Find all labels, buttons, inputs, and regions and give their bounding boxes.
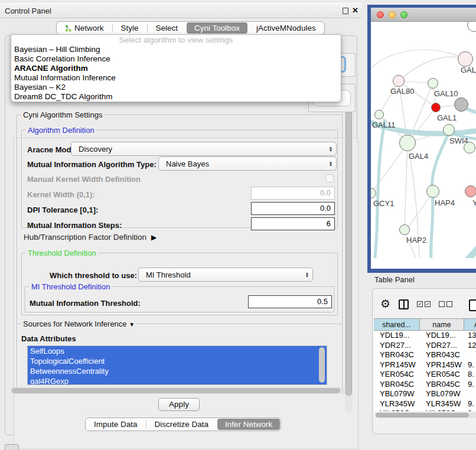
table-body: YDL19...YDL19...13YDR27...YDR27...12YBR0… [374,331,476,411]
tab-label: Cyni Toolbox [194,24,240,32]
mi-threshold-field[interactable]: 0.5 [248,295,332,308]
tab-select[interactable]: Select [148,22,187,34]
mi-steps-field[interactable]: 6 [251,217,335,230]
table-row[interactable]: YBR043CYBR043C [374,350,476,360]
export-table-icon[interactable] [469,299,476,311]
table-cell [464,350,476,360]
node-label: GAL [461,66,476,74]
node-gal10[interactable] [428,78,438,89]
vertical-scrollbar-thumb[interactable] [345,105,352,396]
algorithm-dropdown-popup: Select algorithm to view settings Bayesi… [11,34,341,102]
table-toolbar: ⚙ ✓✓ [373,295,476,314]
node-gal4[interactable] [399,135,416,151]
dropdown-item[interactable]: ARACNE Algorithm [11,64,341,73]
columns-icon[interactable] [399,299,409,309]
aracne-mode-select[interactable]: Discovery ▲▼ [71,142,337,156]
mi-threshold-group-title: MI Threshold Definition [30,282,112,291]
dropdown-item[interactable]: Dream8 DC_TDC Algorithm [11,92,341,102]
list-item[interactable]: SelfLoops [28,346,327,356]
select-all-checks-icon[interactable]: ✓✓ [417,301,431,307]
table-row[interactable]: YPR145WYPR145W9. [374,360,476,370]
cyni-bottom-tabbar: Impute DataDiscretize DataInfer Network [85,418,281,431]
zoom-traffic-light-icon[interactable] [400,11,407,18]
screenshot-root: { "control_panel": { "title": "Control P… [0,0,476,450]
table-cell: YBR045C [420,380,464,390]
node-label: GAL11 [372,120,396,129]
node-gal1[interactable] [431,103,441,112]
tab-label: jActiveMNodules [256,24,316,32]
table-cell: YLR345W [420,399,464,409]
minimized-panel-icon[interactable] [5,444,19,450]
aracne-mode-value: Discovery [71,145,325,154]
dropdown-item[interactable]: Bayesian – Hill Climbing [11,45,341,54]
hub-transcription-expander[interactable]: Hub/Transcription Factor Definition▶ [24,233,157,242]
list-scrollbar-thumb[interactable] [319,347,325,383]
list-item[interactable]: gal4RGexp [28,376,327,385]
tab-label: Infer Network [225,420,272,429]
table-row[interactable]: YER054CYER054C8. [374,370,476,380]
table-row[interactable]: YBL079WYBL079W [374,389,476,399]
table-row[interactable]: YBR045CYBR045C9. [374,380,476,390]
tab-cyni-toolbox[interactable]: Cyni Toolbox [187,22,247,34]
sources-group-title[interactable]: Sources for Network Inference ▼ [21,319,136,328]
table-cell: YER054C [374,370,420,380]
node-hap4[interactable] [426,185,439,198]
mi-steps-label: Mutual Information Steps: [27,221,122,230]
node-label: HAP4 [435,198,455,207]
tab-style[interactable]: Style [113,22,147,34]
dropdown-item[interactable]: Bayesian – K2 [11,83,341,92]
apply-button[interactable]: Apply [158,398,200,411]
table-row[interactable]: YDR27...YDR27...12 [374,341,476,351]
tab-discretize-data[interactable]: Discretize Data [146,418,217,431]
node-label: Y [472,198,476,207]
deselect-all-checks-icon[interactable] [439,301,452,307]
float-window-icon[interactable] [343,8,348,14]
dpi-tolerance-field[interactable]: 0.0 [251,202,335,215]
node-gal[interactable] [458,51,473,67]
table-row[interactable]: YIL052CYIL052C9 [374,409,476,411]
which-threshold-select[interactable]: MI Threshold ▲▼ [138,268,313,282]
settings-vertical-scrollbar[interactable] [345,104,353,412]
table-horizontal-scrollbar[interactable] [375,412,476,418]
horizontal-scrollbar-thumb[interactable] [12,388,340,393]
close-icon[interactable]: ✕ [352,6,358,15]
minimize-traffic-light-icon[interactable] [389,11,396,18]
manual-kernel-width-checkbox[interactable] [325,174,334,182]
node-hap2[interactable] [399,224,410,235]
close-traffic-light-icon[interactable] [377,11,384,18]
kernel-width-field[interactable]: 0.0 [251,187,335,200]
node-unlabeled[interactable] [464,142,475,154]
node-y[interactable] [465,185,476,197]
table-scrollbar-thumb[interactable] [376,413,469,418]
dropdown-item[interactable]: Mutual Information Inference [11,73,341,83]
tab-network[interactable]: Network [57,22,112,34]
data-attributes-list[interactable]: SelfLoopsTopologicalCoefficientBetweenne… [27,345,327,385]
column-header-A[interactable]: A [464,319,476,330]
table-cell: YDL19... [374,331,420,341]
tab-impute-data[interactable]: Impute Data [86,418,146,431]
table-cell: YPR145W [374,360,420,370]
which-threshold-label: Which threshold to use: [50,271,137,280]
network-window-titlebar[interactable] [371,8,476,22]
table-row[interactable]: YDL19...YDL19...13 [374,331,476,341]
chevron-updown-icon: ▲▼ [325,146,336,152]
tab-jactivemnodules[interactable]: jActiveMNodules [248,22,324,34]
node-swi4[interactable] [443,124,455,136]
mi-algorithm-type-select[interactable]: Naive Bayes ▲▼ [158,156,337,171]
table-row[interactable]: YLR345WYLR345W9. [374,399,476,409]
tab-infer-network[interactable]: Infer Network [217,419,280,430]
settings-horizontal-scrollbar[interactable] [11,387,352,394]
column-header-name[interactable]: name [420,319,464,330]
table-cell: 13 [464,331,476,341]
node-unlabeled[interactable] [454,97,468,112]
dpi-tolerance-label: DPI Tolerance [0,1]: [27,206,98,214]
column-header-shared[interactable]: shared... [374,319,420,330]
gear-icon[interactable]: ⚙ [380,298,390,310]
list-item[interactable]: TopologicalCoefficient [28,356,327,366]
list-item[interactable]: BetweennessCentrality [28,366,327,376]
table-cell: 9. [464,380,476,390]
dropdown-item[interactable]: Basic Correlation Inference [11,54,341,64]
node-gal80[interactable] [393,75,405,87]
network-canvas[interactable]: GALGAL80GAL10GAL1GAL11SWI4GAL4GCY1HAP4YH… [371,22,476,258]
node-gal11[interactable] [374,110,384,119]
